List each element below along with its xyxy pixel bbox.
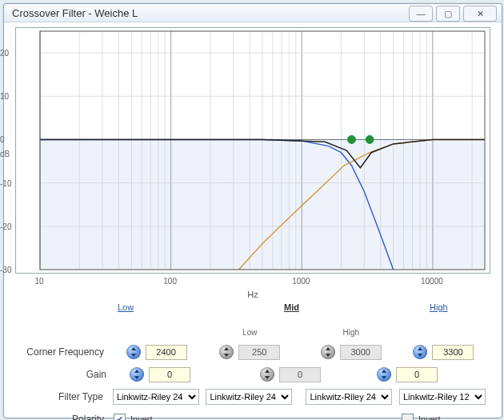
x-axis-label: Hz [10, 290, 495, 299]
high-corner-field[interactable]: 3300 [432, 345, 474, 360]
sub-low-label: Low [242, 328, 257, 337]
minimize-button[interactable]: ― [409, 6, 433, 22]
knob-mid-gain[interactable] [260, 367, 274, 382]
window-title: Crossover Filter - Weiche L [12, 7, 138, 19]
x-axis-ticks: 10100100010000 [15, 277, 490, 288]
knob-low-gain[interactable] [130, 367, 144, 382]
high-invert-checkbox[interactable]: ✔ [402, 414, 414, 421]
band-link-mid[interactable]: Mid [284, 302, 299, 312]
mid-high-corner-field[interactable]: 3000 [340, 345, 382, 360]
gain-row: Gain 0 0 0 [20, 363, 486, 386]
knob-low-corner[interactable] [126, 345, 141, 359]
response-plot: dB -30-20-1001020 [15, 27, 490, 274]
polarity-label: Polarity [20, 414, 114, 420]
knob-high-corner[interactable] [413, 345, 427, 359]
knob-mid-low-corner[interactable] [219, 345, 234, 359]
client-area: dB -30-20-1001020 10100100010000 Hz Low … [4, 22, 502, 420]
band-link-low[interactable]: Low [118, 302, 134, 312]
gain-label: Gain [20, 369, 116, 380]
polarity-row: Polarity ✔ Invert ✔ Invert [20, 408, 486, 420]
mid-low-corner-field[interactable]: 250 [238, 345, 280, 360]
low-invert-checkbox[interactable]: ✔ [114, 414, 126, 421]
low-filter-select[interactable]: Linkwitz-Riley 12Linkwitz-Riley 24Linkwi… [113, 389, 199, 405]
knob-high-gain[interactable] [377, 367, 391, 382]
high-gain-field[interactable]: 0 [396, 367, 438, 382]
close-button[interactable]: ✕ [463, 6, 497, 22]
controls-grid: Low High Corner Frequency 2400 250 3000 [20, 323, 486, 420]
svg-point-36 [347, 135, 355, 143]
crossover-window: Crossover Filter - Weiche L ― ▢ ✕ dB -30… [3, 3, 502, 418]
svg-point-37 [366, 135, 374, 143]
band-link-high[interactable]: High [430, 302, 448, 312]
mid-gain-field[interactable]: 0 [279, 367, 321, 382]
y-axis-label: dB [0, 150, 10, 158]
high-invert-label: Invert [418, 414, 441, 420]
mid-high-filter-select[interactable]: Linkwitz-Riley 12Linkwitz-Riley 24Linkwi… [306, 389, 392, 405]
corner-freq-row: Corner Frequency 2400 250 3000 3300 [20, 341, 486, 363]
high-filter-select[interactable]: Linkwitz-Riley 12Linkwitz-Riley 24Linkwi… [399, 389, 486, 405]
low-gain-field[interactable]: 0 [149, 367, 190, 382]
sublabel-row: Low High [20, 323, 486, 341]
maximize-button[interactable]: ▢ [436, 6, 460, 22]
band-link-row: Low Mid High [20, 302, 486, 315]
knob-mid-high-corner[interactable] [321, 345, 335, 359]
title-bar: Crossover Filter - Weiche L ― ▢ ✕ [4, 4, 502, 22]
corner-freq-label: Corner Frequency [20, 346, 114, 358]
low-corner-field[interactable]: 2400 [146, 345, 187, 360]
low-invert-label: Invert [130, 414, 153, 420]
mid-low-filter-select[interactable]: Linkwitz-Riley 12Linkwitz-Riley 24Linkwi… [206, 389, 292, 405]
filter-type-row: Filter Type Linkwitz-Riley 12Linkwitz-Ri… [20, 386, 486, 408]
filter-type-label: Filter Type [20, 391, 113, 402]
sub-high-label: High [342, 328, 359, 337]
